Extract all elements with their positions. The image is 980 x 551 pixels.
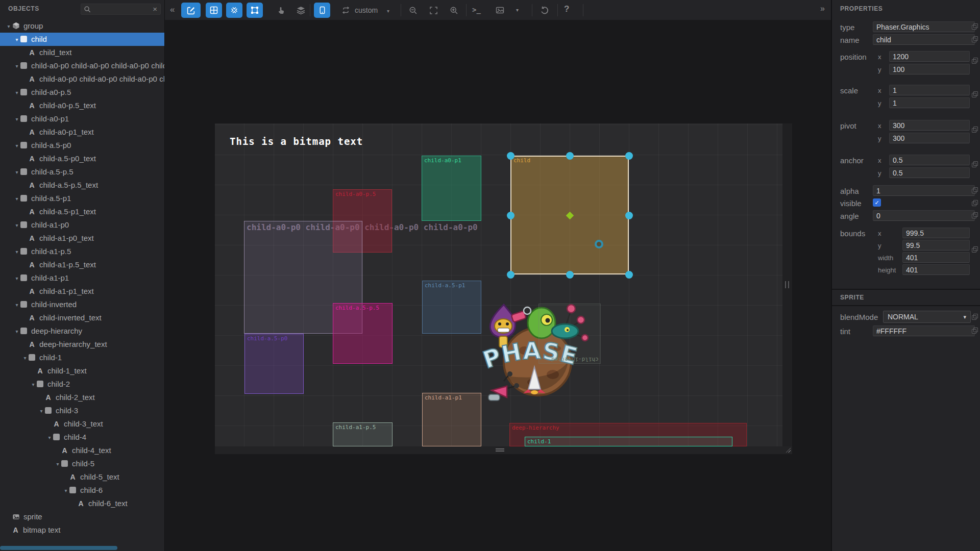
tree-item[interactable]: Achild-4_text <box>0 444 165 457</box>
tree-item[interactable]: Achild-inverted_text <box>0 311 165 324</box>
expander-arrow-icon[interactable]: ▾ <box>13 60 20 72</box>
selection-handle[interactable] <box>625 152 633 160</box>
edit-mode-button[interactable] <box>181 3 201 18</box>
layers-button[interactable] <box>292 3 309 18</box>
bounds-y-field[interactable] <box>902 240 970 251</box>
scale-y-field[interactable] <box>889 97 970 108</box>
anchor-y-field[interactable] <box>889 167 970 178</box>
expander-arrow-icon[interactable]: ▾ <box>13 33 20 46</box>
tree-item[interactable]: ▾child-2 <box>0 378 165 391</box>
tree-item[interactable]: Achild-a0-p1_text <box>0 126 165 139</box>
alpha-field[interactable] <box>873 185 975 196</box>
canvas-rect[interactable]: child-1 <box>525 437 732 446</box>
tint-field[interactable] <box>873 325 975 336</box>
expander-arrow-icon[interactable]: ▾ <box>38 405 45 417</box>
tree-item[interactable]: Achild-a0-p.5_text <box>0 99 165 112</box>
tree-item[interactable]: Achild-5_text <box>0 470 165 484</box>
tree-item[interactable]: Achild-3_text <box>0 417 165 431</box>
angle-field[interactable] <box>873 210 975 221</box>
type-field[interactable] <box>873 21 975 32</box>
canvas-vertical-scrollbar[interactable] <box>782 123 792 446</box>
selection-handle[interactable] <box>566 152 574 160</box>
expander-arrow-icon[interactable]: ▾ <box>13 139 20 152</box>
canvas-rect[interactable]: child-a.5-p0 <box>244 334 304 394</box>
tree-item[interactable]: Achild-a1-p.5_text <box>0 258 165 271</box>
expander-arrow-icon[interactable]: ▾ <box>13 298 20 311</box>
tree-horizontal-scrollbar[interactable] <box>0 546 117 550</box>
grid-button[interactable] <box>206 3 222 18</box>
refresh-loop-button[interactable] <box>337 3 354 18</box>
screenshot-button[interactable] <box>492 3 508 18</box>
tree-item[interactable]: ▾group <box>0 19 165 33</box>
tree-item[interactable]: ▾child <box>0 33 165 46</box>
undo-button[interactable] <box>536 3 553 18</box>
copy-icon[interactable] <box>972 200 978 206</box>
tree-item[interactable]: sprite <box>0 510 165 523</box>
tree-item[interactable]: ▾child-a0-p1 <box>0 112 165 126</box>
tree-item[interactable]: ▾child-3 <box>0 404 165 417</box>
help-icon[interactable]: ? <box>564 4 569 14</box>
search-clear-icon[interactable]: × <box>153 5 157 13</box>
expander-arrow-icon[interactable]: ▾ <box>13 192 20 205</box>
position-y-field[interactable] <box>889 64 970 74</box>
bounds-x-field[interactable] <box>902 228 970 238</box>
copy-icon[interactable] <box>972 36 978 42</box>
tree-item[interactable]: Achild-6_text <box>0 497 165 510</box>
selection-handle[interactable] <box>507 212 514 219</box>
copy-icon[interactable] <box>972 58 978 64</box>
expander-arrow-icon[interactable]: ▾ <box>13 219 20 232</box>
copy-icon[interactable] <box>972 212 978 218</box>
anchor-marker[interactable] <box>595 240 603 248</box>
tree-item[interactable]: ▾deep-hierarchy <box>0 324 165 338</box>
expander-arrow-icon[interactable]: ▾ <box>46 431 53 444</box>
canvas-rect[interactable]: child-a1-p.5 <box>333 422 393 446</box>
tree-item[interactable]: ▾child-1 <box>0 351 165 364</box>
selection-handle[interactable] <box>566 271 574 279</box>
tree-item[interactable]: ▾child-inverted <box>0 298 165 311</box>
canvas-vertical-scrollbar-thumb[interactable] <box>785 281 789 288</box>
center-view-button[interactable] <box>226 3 242 18</box>
tree-item[interactable]: ▾child-4 <box>0 431 165 444</box>
expander-arrow-icon[interactable]: ▾ <box>30 378 37 391</box>
copy-icon[interactable] <box>972 91 978 97</box>
expander-arrow-icon[interactable]: ▾ <box>13 86 20 99</box>
stage-canvas[interactable]: This is a bitmap text child-a0-p0 child-… <box>215 123 782 446</box>
bounds-height-field[interactable] <box>902 264 970 275</box>
canvas-resize-handle[interactable] <box>496 448 504 452</box>
copy-icon[interactable] <box>972 23 978 30</box>
selection-handle[interactable] <box>507 271 514 279</box>
canvas-rect[interactable]: child-inverted <box>538 304 601 364</box>
tree-item[interactable]: ▾child-a.5-p1 <box>0 192 165 205</box>
tree-item[interactable]: ▾child-a1-p.5 <box>0 245 165 258</box>
terminal-icon[interactable]: >_ <box>472 6 481 14</box>
tree-item[interactable]: Achild-a1-p0_text <box>0 232 165 245</box>
tree-item[interactable]: ▾child-5 <box>0 457 165 470</box>
fit-screen-button[interactable] <box>425 3 442 18</box>
zoom-out-button[interactable] <box>405 3 421 18</box>
name-field[interactable] <box>873 34 975 45</box>
expander-arrow-icon[interactable]: ▾ <box>13 166 20 179</box>
tree-item[interactable]: ▾child-a0-p0 child-a0-p0 child-a0-p0 chi… <box>0 59 165 72</box>
transform-button[interactable] <box>247 3 263 18</box>
collapse-left-icon[interactable]: « <box>170 5 175 15</box>
zoom-in-button[interactable] <box>446 3 462 18</box>
scale-x-field[interactable] <box>889 85 970 95</box>
expander-arrow-icon[interactable]: ▾ <box>13 272 20 285</box>
tree-item[interactable]: ▾child-a1-p1 <box>0 271 165 285</box>
expander-arrow-icon[interactable]: ▾ <box>5 20 12 33</box>
tree-item[interactable]: Adeep-hierarchy_text <box>0 338 165 351</box>
tree-item[interactable]: Achild-a1-p1_text <box>0 285 165 298</box>
expander-arrow-icon[interactable]: ▾ <box>13 325 20 338</box>
screenshot-dropdown-icon[interactable]: ▾ <box>516 7 519 13</box>
visible-checkbox[interactable]: ✓ <box>873 198 881 207</box>
bounds-width-field[interactable] <box>902 252 970 263</box>
collapse-right-icon[interactable]: » <box>820 4 825 13</box>
tree-item[interactable]: Achild-a.5-p0_text <box>0 152 165 165</box>
copy-icon[interactable] <box>972 328 978 334</box>
selection-handle[interactable] <box>507 152 514 160</box>
expander-arrow-icon[interactable]: ▾ <box>13 113 20 126</box>
copy-icon[interactable] <box>972 161 978 167</box>
expander-arrow-icon[interactable]: ▾ <box>62 484 69 497</box>
pivot-y-field[interactable] <box>889 133 970 143</box>
copy-icon[interactable] <box>972 314 978 320</box>
